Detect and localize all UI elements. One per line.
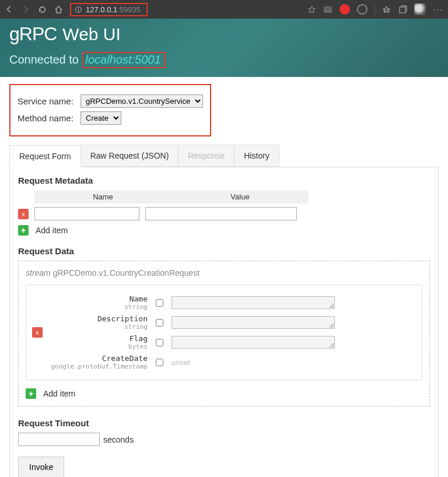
field-createdate-label: CreateDategoogle.protobuf.Timestamp [48,354,148,370]
field-flag-input[interactable] [172,336,335,349]
info-icon [75,6,82,13]
service-name-label: Service name: [18,96,80,106]
method-name-label: Method name: [18,113,80,123]
field-description-checkbox[interactable] [156,319,163,327]
field-flag-label: Flagbytes [48,334,148,350]
metadata-col-value: Value [172,190,309,204]
tab-history[interactable]: History [234,145,279,167]
request-form-panel: Request Metadata Name Value x + Add item… [9,167,439,477]
browser-toolbar: 127.0.0.1:59935 ··· [0,0,448,19]
extension-icon[interactable] [340,4,350,15]
timeout-title: Request Timeout [18,418,430,428]
request-data-title: Request Data [18,246,430,256]
metadata-add-label: Add item [36,226,68,235]
field-flag-checkbox[interactable] [156,339,163,346]
field-createdate-unset: unset [172,358,190,367]
favorites-icon[interactable] [382,5,391,14]
svg-rect-2 [78,8,79,8]
target-icon[interactable] [357,4,368,15]
field-description-input[interactable] [172,316,335,329]
field-createdate-checkbox[interactable] [156,359,163,366]
tab-bar: Request Form Raw Request (JSON) Response… [9,145,439,167]
stream-add-label: Add item [43,389,75,398]
field-description-label: Descriptionstring [48,314,148,331]
url-text: 127.0.0.1:59935 [86,5,141,14]
tab-raw-request[interactable]: Raw Request (JSON) [80,145,179,167]
metadata-name-input[interactable] [34,207,139,220]
timeout-unit: seconds [103,435,134,444]
stream-add-button[interactable]: + [26,388,36,399]
refresh-icon[interactable] [37,5,47,14]
app-header: gRPC Web UI Connected to localhost:5001 [0,19,448,77]
metadata-delete-button[interactable]: x [18,209,29,219]
tab-response: Response [178,145,235,167]
metadata-value-input[interactable] [145,207,297,220]
invoke-button[interactable]: Invoke [18,457,64,477]
tab-request-form[interactable]: Request Form [9,145,81,167]
service-selector-box: Service name: gRPCDemo.v1.CountryService… [9,84,211,136]
timeout-input[interactable] [18,433,100,446]
stream-container: stream gRPCDemo.v1.CountryCreationReques… [18,261,430,406]
connection-status: Connected to localhost:5001 [9,53,439,66]
mail-icon[interactable] [323,5,332,14]
method-name-select[interactable]: Create [80,111,121,125]
stream-type-label: stream gRPCDemo.v1.CountryCreationReques… [26,268,422,278]
back-icon[interactable] [5,5,14,14]
divider [374,4,375,15]
service-name-select[interactable]: gRPCDemo.v1.CountryService [80,94,203,108]
field-name-input[interactable] [172,296,335,309]
page-title: Web UI [62,24,120,44]
metadata-add-button[interactable]: + [18,225,29,236]
svg-rect-4 [400,7,405,13]
star-icon[interactable] [307,5,316,14]
stream-item-delete-button[interactable]: x [32,327,43,338]
collections-icon[interactable] [398,5,407,14]
address-bar[interactable]: 127.0.0.1:59935 [70,3,148,16]
grpc-logo: gRPC [9,23,57,45]
metadata-title: Request Metadata [18,176,430,185]
home-icon[interactable] [54,5,63,14]
profile-avatar[interactable] [414,3,426,15]
connected-host: localhost:5001 [82,52,166,68]
svg-rect-1 [78,9,79,10]
field-name-checkbox[interactable] [156,299,163,307]
more-icon[interactable]: ··· [433,5,443,14]
field-name-label: Namestring [48,294,148,311]
forward-icon[interactable] [21,5,30,14]
metadata-col-name: Name [34,190,172,204]
